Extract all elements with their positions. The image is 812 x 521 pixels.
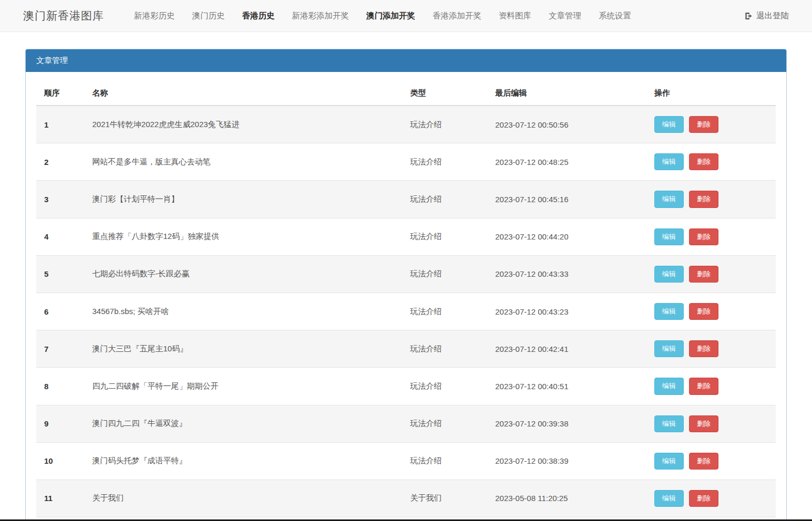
row-type: 玩法介绍 bbox=[402, 106, 487, 143]
edit-button[interactable]: 编辑 bbox=[654, 266, 684, 283]
row-type: 玩法介绍 bbox=[402, 405, 487, 442]
table-row: 2 网站不是多牛逼，版主真心去动笔 玩法介绍 2023-07-12 00:48:… bbox=[36, 143, 776, 181]
row-edited: 2023-07-12 00:43:33 bbox=[487, 255, 646, 293]
row-edited: 2023-07-12 00:42:41 bbox=[487, 330, 646, 368]
row-name: 澳门彩【计划平特一肖】 bbox=[84, 181, 402, 218]
row-actions: 编辑 删除 bbox=[646, 330, 776, 368]
row-edited: 2023-07-12 00:48:25 bbox=[487, 143, 646, 181]
nav-item-6[interactable]: 资料图库 bbox=[499, 11, 531, 22]
edit-button[interactable]: 编辑 bbox=[654, 340, 684, 357]
delete-button[interactable]: 删除 bbox=[689, 191, 718, 207]
row-type: 玩法介绍 bbox=[402, 442, 487, 480]
row-order: 9 bbox=[36, 405, 84, 442]
edit-button[interactable]: 编辑 bbox=[654, 378, 684, 394]
row-name: 澳门码头托梦『成语平特』 bbox=[84, 442, 402, 480]
delete-button[interactable]: 删除 bbox=[689, 303, 718, 320]
edit-button[interactable]: 编辑 bbox=[654, 228, 684, 245]
row-type: 关于我们 bbox=[402, 480, 487, 517]
row-edited: 2023-07-12 00:38:39 bbox=[487, 442, 646, 480]
row-order: 8 bbox=[36, 368, 84, 405]
column-header: 操作 bbox=[646, 79, 776, 106]
table-row: 6 34567b.sbs; 买啥开啥 玩法介绍 2023-07-12 00:43… bbox=[36, 293, 776, 330]
row-edited: 2023-07-12 00:45:16 bbox=[487, 181, 646, 218]
delete-button[interactable]: 删除 bbox=[689, 378, 718, 394]
table-row: 3 澳门彩【计划平特一肖】 玩法介绍 2023-07-12 00:45:16 编… bbox=[36, 181, 776, 218]
nav-item-7[interactable]: 文章管理 bbox=[549, 11, 581, 22]
panel-body: 顺序名称类型最后编辑操作 1 2021牛转乾坤2022虎虎生威2023兔飞猛进 … bbox=[26, 72, 786, 521]
table-row: 8 四九二四破解「平特一尾」期期公开 玩法介绍 2023-07-12 00:40… bbox=[36, 368, 776, 405]
nav-item-3[interactable]: 新港彩添加开奖 bbox=[292, 11, 350, 22]
delete-button[interactable]: 删除 bbox=[689, 153, 718, 170]
nav-item-0[interactable]: 新港彩历史 bbox=[134, 11, 175, 22]
row-actions: 编辑 删除 bbox=[646, 293, 776, 330]
column-header: 类型 bbox=[402, 79, 487, 106]
nav-item-4[interactable]: 澳门添加开奖 bbox=[366, 11, 415, 22]
article-management-panel: 文章管理 顺序名称类型最后编辑操作 1 2021牛转乾坤2022虎虎生威2023… bbox=[25, 49, 787, 521]
delete-button[interactable]: 删除 bbox=[689, 116, 718, 133]
row-order: 10 bbox=[36, 442, 84, 480]
edit-button[interactable]: 编辑 bbox=[654, 191, 684, 207]
row-actions: 编辑 删除 bbox=[646, 368, 776, 405]
table-header-row: 顺序名称类型最后编辑操作 bbox=[36, 79, 776, 106]
row-type: 玩法介绍 bbox=[402, 181, 487, 218]
table-row: 1 2021牛转乾坤2022虎虎生威2023兔飞猛进 玩法介绍 2023-07-… bbox=[36, 106, 776, 143]
brand[interactable]: 澳门新香港图库 bbox=[23, 8, 104, 23]
row-order: 7 bbox=[36, 330, 84, 368]
edit-button[interactable]: 编辑 bbox=[654, 116, 684, 133]
row-edited: 2023-07-12 00:50:56 bbox=[487, 106, 646, 143]
nav-item-8[interactable]: 系统设置 bbox=[599, 11, 631, 22]
nav-item-5[interactable]: 香港添加开奖 bbox=[433, 11, 481, 22]
row-edited: 2023-07-12 00:40:51 bbox=[487, 368, 646, 405]
delete-button[interactable]: 删除 bbox=[689, 266, 718, 283]
edit-button[interactable]: 编辑 bbox=[654, 453, 684, 470]
row-order: 4 bbox=[36, 218, 84, 255]
row-name: 澳门四九二四『牛逼双波』 bbox=[84, 405, 402, 442]
table-row: 7 澳门大三巴『五尾主10码』 玩法介绍 2023-07-12 00:42:41… bbox=[36, 330, 776, 368]
row-name: 34567b.sbs; 买啥开啥 bbox=[84, 293, 402, 330]
logout-label: 退出登陆 bbox=[756, 11, 789, 22]
row-order: 2 bbox=[36, 143, 84, 181]
row-name: 澳门大三巴『五尾主10码』 bbox=[84, 330, 402, 368]
edit-button[interactable]: 编辑 bbox=[654, 490, 684, 507]
column-header: 名称 bbox=[84, 79, 402, 106]
row-type: 玩法介绍 bbox=[402, 368, 487, 405]
logout-link[interactable]: 退出登陆 bbox=[744, 11, 789, 22]
row-order: 3 bbox=[36, 181, 84, 218]
row-name: 七期必出特码数字-长跟必赢 bbox=[84, 255, 402, 293]
row-order: 6 bbox=[36, 293, 84, 330]
delete-button[interactable]: 删除 bbox=[689, 415, 718, 432]
row-actions: 编辑 删除 bbox=[646, 218, 776, 255]
row-actions: 编辑 删除 bbox=[646, 255, 776, 293]
row-type: 玩法介绍 bbox=[402, 218, 487, 255]
row-edited: 2023-07-12 00:44:20 bbox=[487, 218, 646, 255]
row-order: 5 bbox=[36, 255, 84, 293]
delete-button[interactable]: 删除 bbox=[689, 228, 718, 245]
edit-button[interactable]: 编辑 bbox=[654, 303, 684, 320]
panel-title: 文章管理 bbox=[26, 49, 786, 72]
nav-item-2[interactable]: 香港历史 bbox=[242, 11, 275, 22]
table-row: 9 澳门四九二四『牛逼双波』 玩法介绍 2023-07-12 00:39:38 … bbox=[36, 405, 776, 442]
top-navbar: 澳门新香港图库 新港彩历史 澳门历史 香港历史 新港彩添加开奖 澳门添加开奖 香… bbox=[0, 0, 812, 32]
row-name: 重点推荐「八卦数字12码」独家提供 bbox=[84, 218, 402, 255]
row-name: 网站不是多牛逼，版主真心去动笔 bbox=[84, 143, 402, 181]
row-order: 1 bbox=[36, 106, 84, 143]
sign-out-icon bbox=[744, 12, 753, 20]
column-header: 顺序 bbox=[36, 79, 84, 106]
nav-menu: 新港彩历史 澳门历史 香港历史 新港彩添加开奖 澳门添加开奖 香港添加开奖 资料… bbox=[117, 11, 631, 22]
row-type: 玩法介绍 bbox=[402, 293, 487, 330]
row-actions: 编辑 删除 bbox=[646, 181, 776, 218]
row-actions: 编辑 删除 bbox=[646, 480, 776, 517]
delete-button[interactable]: 删除 bbox=[689, 340, 718, 357]
articles-table: 顺序名称类型最后编辑操作 1 2021牛转乾坤2022虎虎生威2023兔飞猛进 … bbox=[36, 79, 776, 517]
table-row: 10 澳门码头托梦『成语平特』 玩法介绍 2023-07-12 00:38:39… bbox=[36, 442, 776, 480]
delete-button[interactable]: 删除 bbox=[689, 490, 718, 507]
edit-button[interactable]: 编辑 bbox=[654, 153, 684, 170]
nav-item-1[interactable]: 澳门历史 bbox=[192, 11, 225, 22]
row-actions: 编辑 删除 bbox=[646, 405, 776, 442]
table-row: 5 七期必出特码数字-长跟必赢 玩法介绍 2023-07-12 00:43:33… bbox=[36, 255, 776, 293]
row-actions: 编辑 删除 bbox=[646, 442, 776, 480]
table-row: 4 重点推荐「八卦数字12码」独家提供 玩法介绍 2023-07-12 00:4… bbox=[36, 218, 776, 255]
edit-button[interactable]: 编辑 bbox=[654, 415, 684, 432]
row-edited: 2023-05-08 11:20:25 bbox=[487, 480, 646, 517]
delete-button[interactable]: 删除 bbox=[689, 453, 718, 470]
